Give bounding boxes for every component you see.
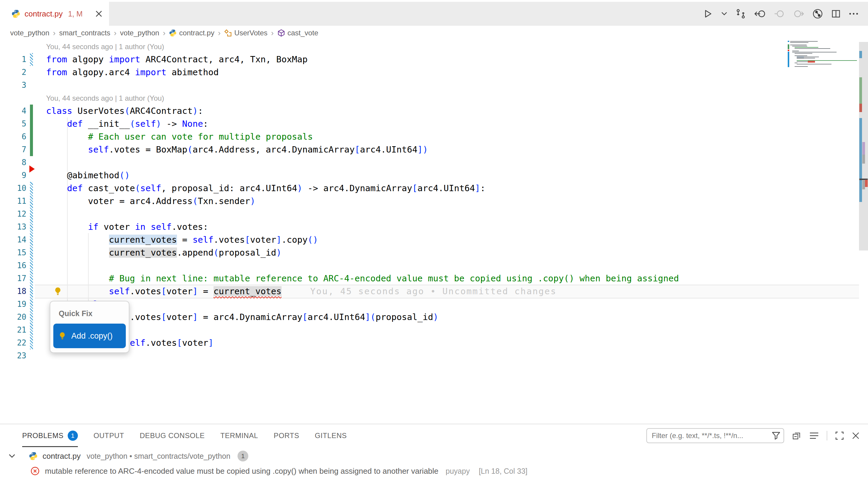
- code-token: ): [276, 247, 281, 258]
- problems-file-row[interactable]: contract.py vote_python • smart_contract…: [0, 448, 868, 464]
- code-line-15[interactable]: current_votes.append(proposal_id): [46, 246, 282, 259]
- maximize-panel-icon[interactable]: [835, 431, 844, 440]
- code-line-5[interactable]: def __init__(self) -> None:: [46, 118, 208, 130]
- code-line-11[interactable]: voter = arc4.Address(Txn.sender): [46, 195, 255, 207]
- line-number-18[interactable]: 18: [0, 285, 26, 298]
- code-token: [46, 247, 109, 258]
- previous-change-disabled-icon[interactable]: [774, 9, 785, 18]
- panel-tab-terminal[interactable]: TERMINAL: [221, 424, 258, 447]
- tab-close-icon[interactable]: [94, 9, 104, 19]
- gutter-deleted-change-icon[interactable]: [29, 165, 35, 173]
- code-token: (: [213, 247, 219, 258]
- minimap-line: [790, 42, 809, 43]
- breadcrumb-item-smart_contracts[interactable]: smart_contracts: [59, 29, 110, 37]
- code-token: [: [355, 144, 360, 155]
- code-line-10[interactable]: def cast_vote(self, proposal_id: arc4.UI…: [46, 182, 486, 195]
- code-line-17[interactable]: # Bug in next line: mutable reference to…: [46, 272, 679, 285]
- code-line-1[interactable]: from algopy import ARC4Contract, arc4, T…: [46, 53, 308, 66]
- line-number-12[interactable]: 12: [0, 207, 26, 221]
- python-file-icon: [29, 451, 38, 461]
- code-token: if: [88, 222, 99, 232]
- code-token: (: [371, 312, 376, 322]
- minimap-added-mark: [788, 44, 789, 49]
- line-number-14[interactable]: 14: [0, 233, 26, 246]
- quick-fix-action-add-copy[interactable]: Add .copy(): [53, 324, 126, 348]
- panel-tab-debug-console[interactable]: DEBUG CONSOLE: [139, 424, 205, 447]
- code-line-6[interactable]: # Each user can vote for multiple propos…: [46, 130, 313, 143]
- code-line-18[interactable]: self.votes[voter] = current_votesYou, 45…: [46, 285, 557, 298]
- panel-tab-problems[interactable]: PROBLEMS1: [22, 424, 78, 447]
- code-line-14[interactable]: current_votes = self.votes[voter].copy(): [46, 233, 318, 246]
- run-python-file-icon[interactable]: [703, 9, 713, 19]
- line-number-6[interactable]: 6: [0, 130, 26, 143]
- panel-tab-label: TERMINAL: [221, 432, 258, 440]
- line-number-17[interactable]: 17: [0, 272, 26, 285]
- panel-tab-bar: PROBLEMS1OUTPUTDEBUG CONSOLETERMINALPORT…: [0, 424, 868, 447]
- panel-tab-label: OUTPUT: [94, 432, 124, 440]
- breadcrumb-item-cast_vote[interactable]: cast_vote: [277, 29, 318, 37]
- line-number-7[interactable]: 7: [0, 143, 26, 156]
- collapse-all-icon[interactable]: [792, 431, 801, 440]
- next-change-disabled-icon[interactable]: [793, 9, 804, 18]
- bottom-panel: PROBLEMS1OUTPUTDEBUG CONSOLETERMINALPORT…: [0, 424, 868, 492]
- line-number-11[interactable]: 11: [0, 195, 26, 207]
- line-number-20[interactable]: 20: [0, 311, 26, 324]
- line-number-23[interactable]: 23: [0, 349, 26, 362]
- previous-change-icon[interactable]: [754, 9, 766, 18]
- tab-contract-py[interactable]: contract.py 1, M: [0, 2, 109, 26]
- line-number-15[interactable]: 15: [0, 246, 26, 259]
- line-number-5[interactable]: 5: [0, 118, 26, 130]
- code-token: # Each user can vote for multiple propos…: [46, 131, 313, 142]
- code-token: ): [297, 183, 302, 193]
- line-number-16[interactable]: 16: [0, 259, 26, 272]
- codelens-blame[interactable]: You, 44 seconds ago | 1 author (You): [46, 40, 164, 53]
- problem-source: puyapy: [446, 467, 470, 475]
- code-token: ARC4Contract: [130, 106, 193, 116]
- codelens-blame[interactable]: You, 44 seconds ago | 1 author (You): [46, 92, 164, 104]
- line-number-2[interactable]: 2: [0, 66, 26, 79]
- run-dropdown-chevron-icon[interactable]: [721, 12, 727, 16]
- overview-ruler-scrollbar[interactable]: [859, 40, 868, 424]
- code-token: .votes: [213, 235, 245, 245]
- breadcrumb-item-vote_python[interactable]: vote_python: [120, 29, 159, 37]
- gutter-added-change-bar[interactable]: [30, 104, 33, 156]
- line-number-13[interactable]: 13: [0, 221, 26, 233]
- code-line-4[interactable]: class UserVotes(ARC4Contract):: [46, 104, 203, 118]
- line-number-22[interactable]: 22: [0, 337, 26, 349]
- code-token: [: [161, 286, 166, 296]
- lightbulb-icon[interactable]: [53, 287, 62, 296]
- panel-tab-ports[interactable]: PORTS: [274, 424, 299, 447]
- code-token: __init__: [83, 119, 130, 129]
- code-line-2[interactable]: from algopy.arc4 import abimethod: [46, 66, 219, 79]
- breadcrumb-item-contract.py[interactable]: contract.py: [169, 29, 214, 37]
- breadcrumb-separator: ›: [52, 28, 56, 38]
- line-number-4[interactable]: 4: [0, 104, 26, 118]
- problem-row[interactable]: mutable reference to ARC-4-encoded value…: [0, 464, 868, 478]
- minimap[interactable]: [788, 41, 860, 74]
- line-number-1[interactable]: 1: [0, 53, 26, 66]
- panel-tab-gitlens[interactable]: GITLENS: [315, 424, 347, 447]
- line-number-3[interactable]: 3: [0, 79, 26, 92]
- gutter-modified-change-bar[interactable]: [30, 182, 33, 349]
- view-as-list-icon[interactable]: [809, 432, 819, 440]
- line-number-10[interactable]: 10: [0, 182, 26, 195]
- line-number-8[interactable]: 8: [0, 156, 26, 169]
- code-token: ->: [161, 119, 182, 129]
- code-line-13[interactable]: if voter in self.votes:: [46, 221, 208, 233]
- open-changes-icon[interactable]: [736, 9, 746, 19]
- more-actions-icon[interactable]: [849, 12, 859, 15]
- line-number-19[interactable]: 19: [0, 298, 26, 311]
- code-editor[interactable]: You, 44 seconds ago | 1 author (You)1fro…: [0, 40, 868, 424]
- panel-tab-output[interactable]: OUTPUT: [94, 424, 124, 447]
- split-editor-icon[interactable]: [832, 9, 840, 18]
- problems-filter-input[interactable]: [647, 432, 767, 440]
- close-panel-icon[interactable]: [852, 432, 860, 440]
- commit-graph-icon[interactable]: [812, 8, 823, 19]
- code-line-7[interactable]: self.votes = BoxMap(arc4.Address, arc4.D…: [46, 143, 428, 156]
- code-line-9[interactable]: @abimethod(): [46, 169, 130, 182]
- breadcrumb-item-UserVotes[interactable]: UserVotes: [224, 29, 267, 37]
- breadcrumb-item-vote_python[interactable]: vote_python: [10, 29, 49, 37]
- line-number-9[interactable]: 9: [0, 169, 26, 182]
- gutter-modified-change-bar[interactable]: [30, 53, 33, 66]
- line-number-21[interactable]: 21: [0, 324, 26, 337]
